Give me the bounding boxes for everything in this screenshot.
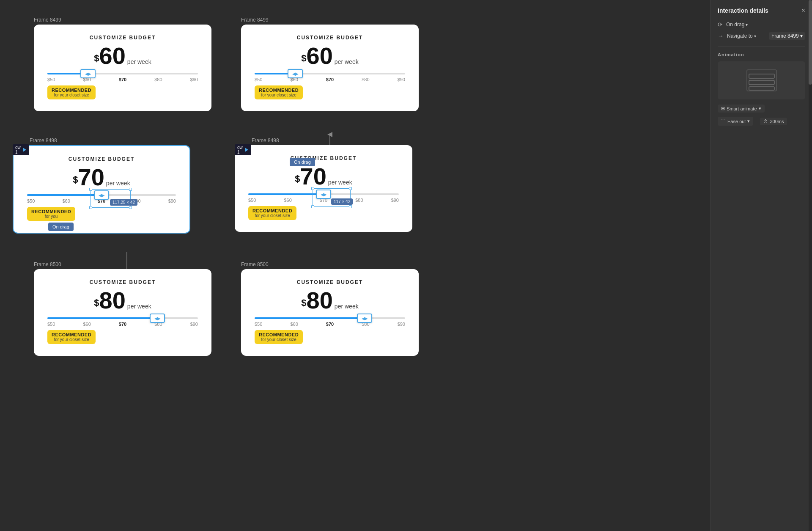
rec-line1: RECOMMENDED bbox=[52, 88, 91, 93]
frame-8499-top-right: Frame 8499 CUSTOMIZE BUDGET $60per week … bbox=[241, 17, 419, 111]
svg-rect-5 bbox=[749, 87, 774, 90]
recommended-badge: RECOMMENDED for your closet size bbox=[248, 206, 296, 220]
slider[interactable]: ◀▶ bbox=[47, 73, 198, 74]
animation-title: Animation bbox=[718, 52, 805, 57]
slider[interactable]: ◀▶ bbox=[255, 317, 405, 319]
amount: 80 bbox=[99, 287, 126, 314]
label-70: $70 bbox=[326, 322, 334, 327]
handle-br[interactable] bbox=[349, 205, 352, 208]
dollar-sign: $ bbox=[295, 173, 300, 184]
chevron-icon: ▾ bbox=[759, 106, 761, 111]
label-60: $60 bbox=[284, 198, 291, 203]
navigate-destination[interactable]: Frame 8499 ▾ bbox=[769, 32, 805, 40]
thumb-arrows: ◀▶ bbox=[292, 72, 298, 76]
card-title: CUSTOMIZE BUDGET bbox=[27, 156, 176, 162]
handle-bl[interactable] bbox=[311, 205, 314, 208]
slider-track: ◀▶ bbox=[47, 317, 198, 319]
slider-track: ◀▶ bbox=[255, 317, 405, 319]
dollar-sign: $ bbox=[301, 297, 306, 308]
ease-icon: ⌒ bbox=[721, 118, 726, 124]
animation-options: ⊞ Smart animate ▾ bbox=[718, 105, 805, 113]
flow-text: ow 1 bbox=[237, 145, 243, 154]
smart-animate-option[interactable]: ⊞ Smart animate ▾ bbox=[718, 105, 765, 113]
budget-card: CUSTOMIZE BUDGET $60per week ◀▶ $50 $60 … bbox=[34, 25, 211, 111]
rec-line1: RECOMMENDED bbox=[252, 208, 292, 213]
rec-line1: RECOMMENDED bbox=[52, 332, 91, 337]
card-title: CUSTOMIZE BUDGET bbox=[255, 279, 405, 285]
per-week: per week bbox=[127, 58, 151, 65]
label-50: $50 bbox=[27, 198, 35, 204]
per-week: per week bbox=[335, 303, 359, 310]
handle-bl[interactable] bbox=[89, 206, 92, 209]
rec-line2: for your closet size bbox=[52, 337, 91, 342]
per-week: per week bbox=[106, 180, 130, 187]
chevron-dest: ▾ bbox=[800, 33, 803, 39]
label-90: $90 bbox=[398, 77, 405, 82]
slider[interactable]: ◀▶ 117.25 × 42 bbox=[27, 194, 176, 196]
rec-line1: RECOMMENDED bbox=[31, 209, 71, 214]
slider-thumb[interactable]: ◀▶ bbox=[80, 69, 96, 78]
play-icon bbox=[23, 148, 27, 152]
slider-track: ◀▶ bbox=[255, 73, 405, 74]
size-tooltip: 117.25 × 42 bbox=[110, 199, 137, 206]
frame-label: Frame 8498 bbox=[30, 138, 190, 143]
duration-label: 300ms bbox=[770, 119, 784, 124]
label-90: $90 bbox=[398, 322, 405, 327]
slider[interactable]: ◀▶ 117 × 42 bbox=[248, 193, 399, 195]
price-display: $80per week bbox=[255, 289, 405, 312]
slider[interactable]: ◀▶ bbox=[47, 317, 198, 319]
label-90: $90 bbox=[190, 77, 198, 82]
per-week: per week bbox=[328, 179, 352, 186]
easing-row: ⌒ Ease out ▾ ⏱ 300ms bbox=[718, 117, 805, 126]
price-display: $60per week bbox=[255, 44, 405, 68]
trigger-label: On drag bbox=[726, 22, 744, 28]
slider-thumb[interactable]: ◀▶ bbox=[150, 314, 165, 323]
slider-thumb[interactable]: ◀▶ bbox=[316, 190, 331, 199]
budget-card: CUSTOMIZE BUDGET $70per week ◀▶ bbox=[13, 145, 190, 234]
chevron-icon: ▾ bbox=[746, 22, 748, 27]
slider-thumb[interactable]: ◀▶ bbox=[94, 190, 109, 200]
ease-out-option[interactable]: ⌒ Ease out ▾ bbox=[718, 117, 753, 126]
label-50: $50 bbox=[47, 77, 55, 82]
label-80: $80 bbox=[362, 77, 369, 82]
trigger-dropdown[interactable]: On drag ▾ bbox=[726, 22, 748, 28]
size-tooltip: 117 × 42 bbox=[331, 198, 353, 205]
clock-icon: ⏱ bbox=[763, 119, 768, 124]
frame-label: Frame 8499 bbox=[241, 17, 419, 23]
navigate-dropdown[interactable]: Navigate to ▾ bbox=[727, 33, 756, 39]
dollar-sign: $ bbox=[301, 53, 306, 63]
slider-track: ◀▶ bbox=[47, 73, 198, 74]
panel-header: Interaction details × bbox=[718, 7, 805, 14]
thumb-arrows: ◀▶ bbox=[99, 193, 104, 198]
slider-thumb[interactable]: ◀▶ bbox=[288, 69, 303, 78]
amount: 80 bbox=[307, 287, 333, 314]
badge-container: RECOMMENDED for you On drag bbox=[27, 204, 75, 221]
on-drag-tooltip: On drag bbox=[48, 223, 74, 231]
handle-br[interactable] bbox=[129, 206, 132, 209]
label-70: $70 bbox=[326, 77, 334, 82]
scrollbar[interactable] bbox=[809, 0, 812, 531]
amount: 60 bbox=[307, 42, 333, 69]
duration-option[interactable]: ⏱ 300ms bbox=[760, 118, 787, 125]
slider-fill bbox=[255, 317, 365, 319]
frame-label: Frame 8500 bbox=[34, 261, 211, 267]
play-icon bbox=[245, 148, 249, 152]
navigate-icon: → bbox=[718, 33, 724, 39]
label-60: $60 bbox=[62, 198, 70, 204]
budget-card: CUSTOMIZE BUDGET $80per week ◀▶ $50 $60 … bbox=[34, 269, 211, 356]
close-button[interactable]: × bbox=[801, 7, 805, 14]
slider-labels: $50 $60 $70 $80 $90 bbox=[47, 322, 198, 327]
label-60: $60 bbox=[290, 322, 298, 327]
label-70: $70 bbox=[119, 77, 126, 82]
slider-fill bbox=[27, 194, 102, 196]
label-50: $50 bbox=[255, 322, 262, 327]
thumb-arrows: ◀▶ bbox=[321, 192, 326, 197]
scroll-thumb[interactable] bbox=[809, 0, 812, 85]
thumb-arrows: ◀▶ bbox=[154, 316, 160, 321]
slider-thumb[interactable]: ◀▶ bbox=[357, 314, 372, 323]
thumb-arrows: ◀▶ bbox=[85, 72, 91, 76]
frame-label: Frame 8498 bbox=[252, 138, 412, 143]
slider[interactable]: ◀▶ bbox=[255, 73, 405, 74]
slider-fill bbox=[47, 317, 157, 319]
recommended-badge: RECOMMENDED for your closet size bbox=[47, 85, 96, 99]
